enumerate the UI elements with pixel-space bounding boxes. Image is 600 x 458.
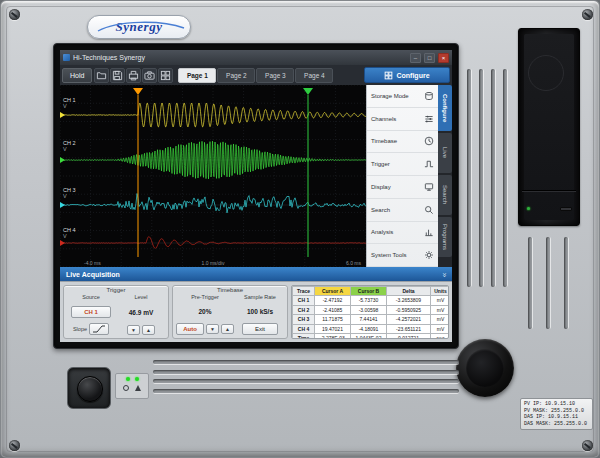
live-acquisition-bar[interactable]: Live Acquisition »: [60, 267, 452, 281]
gear-icon: [424, 250, 434, 260]
power-symbol-icon: [123, 385, 129, 391]
cursor-a-marker-icon[interactable]: [133, 88, 143, 95]
exit-button[interactable]: Exit: [242, 323, 278, 335]
trigger-panel-title: Trigger: [64, 287, 168, 293]
configure-button-label: Configure: [396, 72, 429, 79]
table-cell-trace: CH 2: [293, 305, 315, 314]
table-row: CH 2-2.41085-3.00598-0.5950925mV: [293, 305, 450, 314]
dvd-tray-seam: [522, 190, 576, 191]
menu-item-channels[interactable]: Channels: [367, 108, 438, 131]
table-cell: -2.278E-03: [315, 334, 351, 339]
power-led: [135, 377, 139, 381]
layout-icon: [160, 70, 171, 81]
waveform-plot[interactable]: [60, 85, 366, 267]
table-cell-trace: CH 1: [293, 296, 315, 305]
menu-item-label: Search: [371, 207, 390, 213]
storage-icon: [424, 91, 434, 101]
trigger-source-button[interactable]: CH 1: [71, 306, 111, 318]
tab-page-3[interactable]: Page 3: [256, 68, 294, 83]
table-cell: mV: [431, 296, 450, 305]
toolbar-print-icon[interactable]: [126, 68, 141, 83]
toolbar-save-icon[interactable]: [110, 68, 125, 83]
analysis-icon: [424, 227, 434, 237]
power-button[interactable]: [77, 376, 103, 402]
dvd-eject-button[interactable]: [560, 207, 572, 211]
menu-item-display[interactable]: Display: [367, 176, 438, 199]
screw-icon: [9, 440, 20, 451]
table-cell: -4.2572021: [387, 315, 431, 324]
level-value: 46.9 mV: [129, 309, 154, 316]
toolbar-open-icon[interactable]: [94, 68, 109, 83]
configure-button[interactable]: Configure: [364, 67, 450, 83]
search-icon: [424, 205, 434, 215]
vent-slot: [479, 69, 483, 287]
toolbar-layout-icon[interactable]: [158, 68, 173, 83]
hold-button[interactable]: Hold: [62, 68, 92, 83]
waveform-display[interactable]: -4.0 ms 1.0 ms/div 6.0 ms CH 1VCH 2VCH 3…: [60, 85, 366, 267]
timebase-down-button[interactable]: ▼: [206, 324, 219, 334]
timebase-up-button[interactable]: ▲: [221, 324, 234, 334]
level-up-button[interactable]: ▲: [142, 325, 155, 335]
menu-item-label: Storage Mode: [371, 93, 409, 99]
menu-item-search[interactable]: Search: [367, 199, 438, 222]
menu-item-storage-mode[interactable]: Storage Mode: [367, 85, 438, 108]
cursor-table-panel: TraceCursor ACursor BDeltaUnitsCH 1-2.47…: [291, 285, 449, 339]
level-down-button[interactable]: ▼: [127, 325, 140, 335]
table-cell: -23.651121: [387, 324, 431, 333]
window-titlebar: Hi-Techniques Synergy – □ ×: [60, 50, 452, 65]
table-header-cursor-b: Cursor B: [351, 287, 387, 296]
save-icon: [112, 70, 123, 81]
tab-page-2[interactable]: Page 2: [217, 68, 255, 83]
table-cell: 7.44141: [351, 315, 387, 324]
close-button[interactable]: ×: [438, 53, 449, 63]
pre-trigger-value: 20%: [198, 308, 211, 315]
screen: Hi-Techniques Synergy – □ × Hold Page 1P…: [60, 50, 452, 342]
tab-page-4[interactable]: Page 4: [295, 68, 333, 83]
table-header-units: Units: [431, 287, 450, 296]
auto-button[interactable]: Auto: [176, 323, 204, 335]
table-cell-trace: CH 4: [293, 324, 315, 333]
maximize-button[interactable]: □: [424, 53, 435, 63]
side-tab-live[interactable]: Live: [438, 133, 452, 173]
menu-item-timebase[interactable]: Timebase: [367, 131, 438, 154]
indicator-panel: [115, 373, 149, 399]
table-cell: 11.71875: [315, 315, 351, 324]
table-row: Time-2.278E-031.0443E-020.012721sec: [293, 334, 450, 339]
vent-slot: [564, 237, 568, 329]
level-label: Level: [134, 294, 147, 300]
pre-trigger-label: Pre-Trigger: [191, 294, 219, 300]
side-tab-search[interactable]: Search: [438, 175, 452, 215]
side-tab-configure[interactable]: Configure: [438, 85, 452, 131]
menu-item-system-tools[interactable]: System Tools: [367, 244, 438, 267]
minimize-button[interactable]: –: [410, 53, 421, 63]
cursor-table: TraceCursor ACursor BDeltaUnitsCH 1-2.47…: [292, 286, 449, 339]
sample-rate-label: Sample Rate: [244, 294, 276, 300]
table-cell: -3.00598: [351, 305, 387, 314]
table-header-cursor-a: Cursor A: [315, 287, 351, 296]
toolbar: Hold Page 1Page 2Page 3Page 4 Configure: [60, 65, 452, 85]
slope-button[interactable]: [89, 323, 109, 335]
menu-item-analysis[interactable]: Analysis: [367, 222, 438, 245]
tab-page-1[interactable]: Page 1: [178, 68, 216, 83]
toolbar-snapshot-icon[interactable]: [142, 68, 157, 83]
status-led: [126, 377, 130, 381]
table-cell: -4.18091: [351, 324, 387, 333]
table-cell: -2.47192: [315, 296, 351, 305]
table-cell: -0.5950925: [387, 305, 431, 314]
menu-item-label: Display: [371, 184, 391, 190]
dvd-disc-emboss: [528, 55, 564, 91]
configure-menu: Storage ModeChannelsTimebaseTriggerDispl…: [366, 85, 438, 267]
control-knob[interactable]: [456, 339, 514, 397]
window-title: Hi-Techniques Synergy: [73, 54, 145, 61]
open-icon: [96, 70, 107, 81]
slope-icon: [92, 325, 106, 333]
channels-icon: [424, 114, 434, 124]
power-button-recess: [67, 367, 111, 409]
table-cell: -2.41085: [315, 305, 351, 314]
table-cell-trace: CH 3: [293, 315, 315, 324]
side-tab-programs[interactable]: Programs: [438, 217, 452, 257]
menu-item-trigger[interactable]: Trigger: [367, 153, 438, 176]
collapse-chevron-icon[interactable]: »: [440, 272, 449, 275]
swoosh-icon: [92, 18, 188, 38]
vent-slot: [491, 69, 495, 287]
